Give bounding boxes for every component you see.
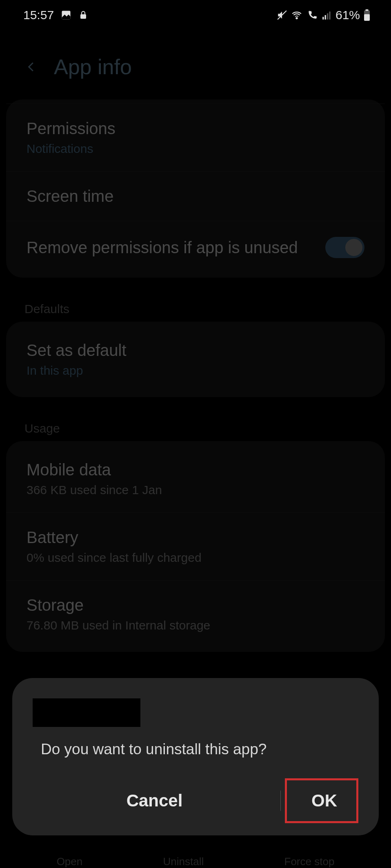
svg-rect-7	[329, 11, 330, 20]
row-subtitle: 0% used since last fully charged	[27, 551, 364, 565]
row-title: Permissions	[27, 119, 364, 138]
dialog-button-row: Cancel OK	[12, 778, 379, 823]
svg-rect-4	[322, 17, 324, 20]
row-subtitle: 366 KB used since 1 Jan	[27, 483, 364, 497]
wifi-icon	[291, 10, 303, 20]
status-time: 15:57	[23, 8, 54, 22]
signal-icon	[322, 10, 332, 20]
battery-percent: 61%	[335, 8, 360, 22]
row-title: Screen time	[27, 187, 364, 205]
svg-rect-1	[80, 14, 86, 19]
mute-icon	[277, 10, 287, 20]
row-subtitle: Notifications	[27, 142, 364, 156]
svg-point-3	[296, 18, 297, 19]
toggle-knob	[344, 238, 364, 257]
row-title: Storage	[27, 596, 364, 614]
svg-rect-9	[364, 14, 370, 21]
dialog-divider	[280, 791, 281, 811]
svg-rect-5	[325, 15, 326, 20]
ok-button[interactable]: OK	[285, 778, 358, 823]
image-icon	[60, 9, 72, 21]
row-permissions[interactable]: Permissions Notifications	[6, 104, 385, 171]
dialog-message: Do you want to uninstall this app?	[12, 741, 379, 778]
battery-icon	[363, 9, 371, 21]
back-icon[interactable]	[25, 57, 38, 77]
row-title: Mobile data	[27, 461, 364, 479]
header: App info	[0, 30, 391, 99]
open-button[interactable]: Open	[57, 855, 83, 868]
bottom-action-bar: Open Uninstall Force stop	[0, 847, 391, 868]
dialog-app-name-redacted	[33, 698, 140, 727]
wifi-calling-icon	[306, 10, 318, 20]
section-label-defaults: Defaults	[0, 290, 391, 322]
lock-icon	[78, 9, 88, 21]
row-battery[interactable]: Battery 0% used since last fully charged	[6, 512, 385, 580]
section-privacy: Permissions Notifications Screen time Re…	[6, 99, 385, 278]
cancel-button[interactable]: Cancel	[29, 779, 280, 823]
uninstall-dialog: Do you want to uninstall this app? Cance…	[12, 678, 379, 835]
row-storage[interactable]: Storage 76.80 MB used in Internal storag…	[6, 580, 385, 648]
remove-permissions-toggle[interactable]	[325, 237, 364, 258]
uninstall-button[interactable]: Uninstall	[163, 855, 204, 868]
row-screen-time[interactable]: Screen time	[6, 171, 385, 221]
row-subtitle: 76.80 MB used in Internal storage	[27, 618, 364, 632]
svg-rect-10	[366, 9, 369, 11]
row-title: Remove permissions if app is unused	[27, 239, 298, 257]
row-mobile-data[interactable]: Mobile data 366 KB used since 1 Jan	[6, 445, 385, 512]
svg-rect-6	[327, 13, 328, 20]
row-subtitle: In this app	[27, 364, 364, 378]
row-title: Set as default	[27, 341, 364, 360]
row-remove-permissions[interactable]: Remove permissions if app is unused	[6, 221, 385, 274]
force-stop-button[interactable]: Force stop	[284, 855, 335, 868]
status-bar: 15:57 61%	[0, 0, 391, 30]
section-usage: Mobile data 366 KB used since 1 Jan Batt…	[6, 441, 385, 652]
page-title: App info	[54, 55, 132, 79]
section-defaults: Set as default In this app	[6, 322, 385, 397]
row-set-default[interactable]: Set as default In this app	[6, 326, 385, 393]
row-title: Battery	[27, 528, 364, 547]
section-label-usage: Usage	[0, 409, 391, 441]
